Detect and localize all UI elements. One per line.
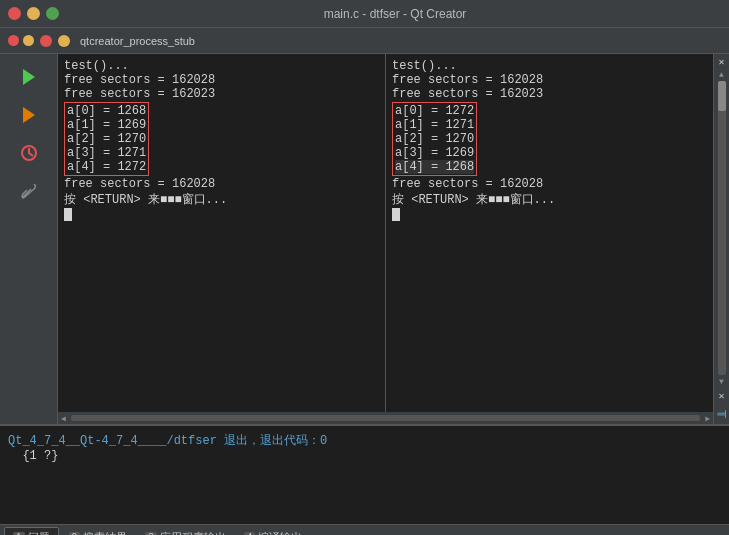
right-cursor: [392, 208, 400, 221]
left-a2: a[2] = 1270: [67, 132, 146, 146]
tab-compile-output-label: 编译输出: [258, 530, 302, 535]
scroll-right-button[interactable]: ▶: [702, 414, 713, 423]
right-terminal-line-sectors: free sectors = 162028: [392, 177, 707, 191]
tab-compile-output[interactable]: 4 编译输出: [236, 528, 311, 535]
right-terminal-line-2: free sectors = 162028: [392, 73, 707, 87]
right-terminal-line-1: test()...: [392, 59, 707, 73]
play-green-icon[interactable]: [14, 62, 44, 92]
right-a1: a[1] = 1271: [395, 118, 474, 132]
scroll-up-button[interactable]: ▲: [719, 70, 724, 79]
sub-close-button[interactable]: [8, 35, 19, 46]
main-min-button[interactable]: [27, 7, 40, 20]
terminals-wrapper: test()... free sectors = 162028 free sec…: [58, 54, 713, 424]
left-terminal-line-return: 按 <RETURN> 来■■■窗口...: [64, 191, 379, 208]
left-terminal-line-1: test()...: [64, 59, 379, 73]
tab-search-label: 搜索结果: [83, 530, 127, 535]
right-highlighted-block: a[0] = 1272 a[1] = 1271 a[2] = 1270 a[3]…: [392, 102, 477, 176]
vert-scroll-track: [718, 81, 726, 375]
main-close-button[interactable]: [8, 7, 21, 20]
right-terminal-line-return: 按 <RETURN> 来■■■窗口...: [392, 191, 707, 208]
tab-app-output[interactable]: 3 应用程序输出: [137, 528, 234, 535]
scroll-down-button[interactable]: ▼: [719, 377, 724, 386]
sub-min-button[interactable]: [23, 35, 34, 46]
left-terminal[interactable]: test()... free sectors = 162028 free sec…: [58, 54, 386, 412]
bottom-tab-bar: 1 问题 2 搜索结果 3 应用程序输出 4 编译输出: [0, 524, 729, 535]
terminals-row: test()... free sectors = 162028 free sec…: [58, 54, 713, 412]
play-orange-icon[interactable]: [14, 100, 44, 130]
left-a0: a[0] = 1268: [67, 104, 146, 118]
right-terminal[interactable]: test()... free sectors = 162028 free sec…: [386, 54, 713, 412]
tab-problems[interactable]: 1 问题: [4, 527, 59, 535]
sub-window-close-x[interactable]: [40, 35, 52, 47]
window-controls: [8, 7, 59, 20]
expand-icon[interactable]: ⫤: [713, 404, 730, 424]
main-layout: test()... free sectors = 162028 free sec…: [0, 54, 729, 424]
left-terminal-line-3: free sectors = 162023: [64, 87, 379, 101]
left-a3: a[3] = 1271: [67, 146, 146, 160]
reload-icon[interactable]: [14, 138, 44, 168]
tab-search[interactable]: 2 搜索结果: [61, 528, 136, 535]
sub-window-controls: [8, 35, 34, 46]
sub-window-bar: qtcreator_process_stub: [0, 28, 729, 54]
main-title-bar: main.c - dtfser - Qt Creator: [0, 0, 729, 28]
vert-scroll-thumb: [718, 81, 726, 111]
right-a4: a[4] = 1268: [395, 160, 474, 174]
output-panel: Qt_4_7_4__Qt-4_7_4____/dtfser 退出，退出代码：0 …: [0, 424, 729, 524]
right-scrollbar-panel: ✕ ▲ ▼ ✕ ⫤: [713, 54, 729, 424]
sub-window-min-x[interactable]: [58, 35, 70, 47]
tab-problems-label: 问题: [28, 530, 50, 535]
tab-app-output-label: 应用程序输出: [160, 530, 226, 535]
left-terminal-line-2: free sectors = 162028: [64, 73, 379, 87]
left-a4: a[4] = 1272: [67, 160, 146, 174]
wrench-icon[interactable]: [14, 176, 44, 206]
right-panel-close[interactable]: ✕: [716, 54, 726, 70]
main-title: main.c - dtfser - Qt Creator: [69, 7, 721, 21]
horizontal-scrollbar[interactable]: ◀ ▶: [58, 412, 713, 424]
output-line-1: Qt_4_7_4__Qt-4_7_4____/dtfser 退出，退出代码：0: [8, 432, 721, 449]
output-line-2: {1 ?}: [8, 449, 721, 463]
scroll-track: [71, 415, 700, 421]
left-highlighted-block: a[0] = 1268 a[1] = 1269 a[2] = 1270 a[3]…: [64, 102, 149, 176]
left-a1: a[1] = 1269: [67, 118, 146, 132]
right-a3: a[3] = 1269: [395, 146, 474, 160]
right-panel-close-bottom[interactable]: ✕: [716, 388, 726, 404]
left-sidebar: [0, 54, 58, 424]
sub-title-text: qtcreator_process_stub: [80, 35, 195, 47]
svg-marker-0: [23, 69, 35, 85]
main-max-button[interactable]: [46, 7, 59, 20]
right-a2: a[2] = 1270: [395, 132, 474, 146]
left-cursor: [64, 208, 72, 221]
scroll-left-button[interactable]: ◀: [58, 414, 69, 423]
right-terminal-line-3: free sectors = 162023: [392, 87, 707, 101]
right-a0: a[0] = 1272: [395, 104, 474, 118]
left-terminal-line-sectors: free sectors = 162028: [64, 177, 379, 191]
svg-marker-1: [23, 107, 35, 123]
